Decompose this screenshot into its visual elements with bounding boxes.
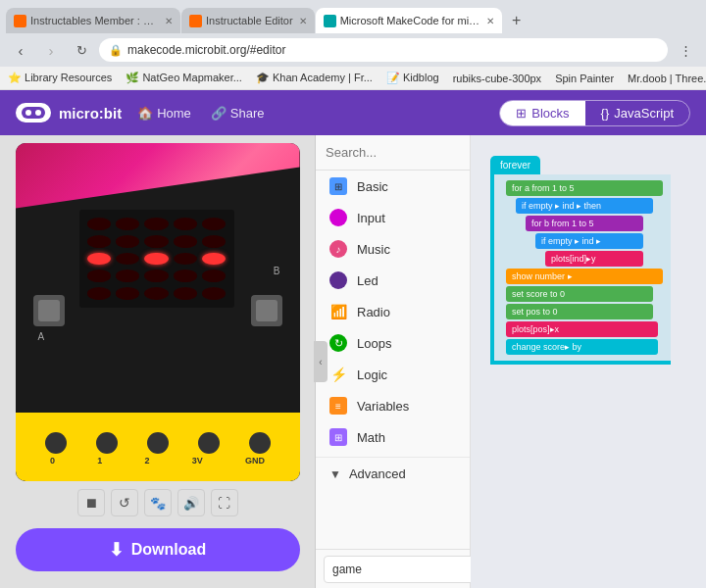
led <box>87 218 111 230</box>
bookmark-6[interactable]: Mr.doob | Three.s... <box>628 73 706 84</box>
radio-icon: 📶 <box>329 303 347 320</box>
bookmark-2[interactable]: 🎓 Khan Academy | Fr... <box>256 72 373 84</box>
category-list: ⊞ Basic Input ♪ Music Led 📶 Radio <box>316 171 470 549</box>
address-bar[interactable]: 🔒 makecode.microbit.org/#editor <box>99 38 668 62</box>
big-hole-gnd <box>249 432 271 454</box>
bookmark-0[interactable]: ⭐ Library Resources <box>8 72 112 84</box>
game-search-input[interactable] <box>324 556 488 583</box>
category-input[interactable]: Input <box>316 202 470 233</box>
search-input[interactable] <box>326 145 490 160</box>
lock-icon: 🔒 <box>109 44 123 57</box>
led <box>174 287 197 300</box>
blocks-mode-btn[interactable]: ⊞ Blocks <box>500 101 584 125</box>
bookmarks-bar: ⭐ Library Resources 🌿 NatGeo Mapmaker...… <box>0 67 706 90</box>
category-loops[interactable]: ↻ Loops <box>316 327 470 359</box>
search-bottom-bar: ⏎ <box>316 549 470 588</box>
mute-button[interactable]: 🔊 <box>177 489 205 516</box>
tab-bar: Instructables Member : moham... ✕ Instru… <box>0 0 706 33</box>
simulator-panel: B <box>0 135 316 588</box>
big-hole-0 <box>45 432 67 454</box>
screenshot-button[interactable]: 🐾 <box>144 489 172 516</box>
category-basic[interactable]: ⊞ Basic <box>316 171 470 202</box>
fullscreen-button[interactable]: ⛶ <box>211 489 238 516</box>
stop-button[interactable]: ⏹ <box>77 489 105 516</box>
button-a[interactable] <box>33 295 65 326</box>
sim-controls: ⏹ ↺ 🐾 🔊 ⛶ <box>77 489 238 516</box>
tab-3[interactable]: Microsoft MakeCode for micro b... ✕ <box>316 8 502 33</box>
address-text: makecode.microbit.org/#editor <box>127 43 285 57</box>
home-nav-link[interactable]: 🏠 Home <box>137 106 191 121</box>
collapse-tab[interactable]: ‹ <box>314 341 328 382</box>
basic-label: Basic <box>357 179 388 194</box>
led <box>202 218 226 230</box>
led <box>116 253 139 266</box>
app-area: micro:bit 🏠 Home 🔗 Share ⊞ Blocks {} Jav… <box>0 90 706 588</box>
math-icon: ⊞ <box>329 428 347 446</box>
led <box>116 287 139 300</box>
category-radio[interactable]: 📶 Radio <box>316 296 470 327</box>
forever-block[interactable]: forever for a from 1 to 5 if empty ▸ ind… <box>490 155 671 365</box>
bookmark-3[interactable]: 📝 Kidblog <box>386 72 439 84</box>
pink-stripe <box>16 143 300 212</box>
logo-icon <box>16 103 51 122</box>
button-b[interactable] <box>251 295 282 326</box>
js-label: JavaScript <box>614 106 674 121</box>
forward-button[interactable]: › <box>38 37 64 63</box>
category-advanced[interactable]: ▼ Advanced <box>316 457 470 490</box>
led-icon <box>329 271 347 289</box>
download-button[interactable]: ⬇ Download <box>16 528 300 571</box>
tab3-close[interactable]: ✕ <box>486 16 494 26</box>
extensions-button[interactable]: ⋮ <box>673 37 698 63</box>
code-blocks-area: forever for a from 1 to 5 if empty ▸ ind… <box>480 145 706 588</box>
big-hole-2 <box>147 432 169 454</box>
yellow-strip: 0 1 2 3V GND <box>16 424 300 481</box>
search-bar: 🔍 <box>316 135 470 171</box>
category-math[interactable]: ⊞ Math <box>316 421 470 453</box>
tab3-label: Microsoft MakeCode for micro b... <box>340 15 480 26</box>
big-holes-row <box>16 424 300 456</box>
reload-button[interactable]: ↻ <box>69 37 94 63</box>
share-nav-link[interactable]: 🔗 Share <box>211 106 265 121</box>
blocks-label: Blocks <box>531 106 569 121</box>
pin-label-1: 1 <box>97 456 102 466</box>
led <box>174 270 197 282</box>
home-icon: 🏠 <box>137 106 153 121</box>
led <box>202 270 226 282</box>
microbit-logo[interactable]: micro:bit <box>16 103 122 122</box>
led <box>144 287 168 300</box>
code-panel[interactable]: forever for a from 1 to 5 if empty ▸ ind… <box>471 135 706 588</box>
new-tab-button[interactable]: + <box>503 8 530 33</box>
bookmark-1[interactable]: 🌿 NatGeo Mapmaker... <box>126 72 242 84</box>
led <box>144 218 168 230</box>
math-label: Math <box>357 430 385 445</box>
tab-2[interactable]: Instructable Editor ✕ <box>181 8 315 33</box>
chevron-down-icon: ▼ <box>329 467 341 481</box>
loops-icon: ↻ <box>329 334 347 352</box>
restart-button[interactable]: ↺ <box>111 489 138 516</box>
led <box>87 270 111 282</box>
basic-icon: ⊞ <box>329 177 347 195</box>
bookmark-4[interactable]: rubiks-cube-300px <box>453 73 542 84</box>
bookmark-5[interactable]: Spin Painter <box>555 73 614 84</box>
javascript-mode-btn[interactable]: {} JavaScript <box>585 101 689 125</box>
logic-label: Logic <box>357 368 387 382</box>
main-content: B <box>0 135 706 588</box>
music-label: Music <box>357 242 390 257</box>
nav-links: 🏠 Home 🔗 Share <box>137 106 483 121</box>
tab-1[interactable]: Instructables Member : moham... ✕ <box>6 8 180 33</box>
tab2-label: Instructable Editor <box>206 15 293 26</box>
share-icon: 🔗 <box>211 106 227 121</box>
pin-label-2: 2 <box>145 456 150 466</box>
led <box>174 235 197 248</box>
category-music[interactable]: ♪ Music <box>316 233 470 265</box>
tab2-close[interactable]: ✕ <box>299 16 307 26</box>
music-icon: ♪ <box>329 240 347 258</box>
category-logic[interactable]: ⚡ Logic <box>316 359 470 390</box>
blocks-icon: ⊞ <box>516 106 527 121</box>
category-led[interactable]: Led <box>316 265 470 296</box>
tab1-close[interactable]: ✕ <box>165 16 173 26</box>
back-button[interactable]: ‹ <box>8 37 33 63</box>
input-icon <box>329 209 347 226</box>
pin-labels-row: 0 1 2 3V GND <box>16 456 300 466</box>
category-variables[interactable]: ≡ Variables <box>316 390 470 421</box>
